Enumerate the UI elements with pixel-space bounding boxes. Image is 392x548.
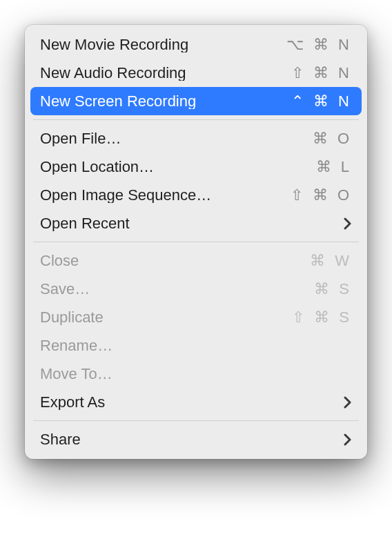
chevron-right-icon — [344, 396, 352, 409]
menu-item-label: New Screen Recording — [40, 94, 196, 109]
chevron-right-icon — [344, 217, 352, 230]
menu-item-save: Save… ⌘ S — [30, 275, 362, 303]
menu-item-close: Close ⌘ W — [30, 246, 362, 275]
menu-item-duplicate: Duplicate ⇧ ⌘ S — [30, 303, 362, 331]
menu-item-label: Open File… — [40, 131, 121, 146]
menu-item-label: Save… — [40, 282, 90, 297]
menu-item-label: Open Recent — [40, 216, 130, 231]
menu-item-shortcut: ⌃ ⌘ N — [291, 94, 352, 109]
menu-item-label: Open Image Sequence… — [40, 188, 211, 203]
menu-item-open-image-sequence[interactable]: Open Image Sequence… ⇧ ⌘ O — [30, 181, 362, 209]
menu-item-open-recent[interactable]: Open Recent — [30, 209, 362, 237]
menu-item-shortcut: ⇧ ⌘ N — [291, 66, 352, 81]
chevron-right-icon — [344, 433, 352, 446]
menu-item-shortcut: ⇧ ⌘ O — [291, 188, 352, 203]
menu-item-open-location[interactable]: Open Location… ⌘ L — [30, 153, 362, 181]
menu-item-shortcut: ⌘ L — [316, 159, 352, 175]
menu-item-shortcut: ⌘ W — [310, 253, 352, 268]
menu-item-label: Close — [40, 253, 79, 268]
menu-item-label: Duplicate — [40, 310, 104, 325]
menu-item-label: Open Location… — [40, 159, 154, 175]
menu-item-open-file[interactable]: Open File… ⌘ O — [30, 124, 362, 153]
menu-item-export-as[interactable]: Export As — [30, 388, 362, 416]
menu-item-shortcut: ⌘ O — [313, 131, 352, 146]
menu-item-label: New Audio Recording — [40, 66, 186, 81]
menu-item-new-movie-recording[interactable]: New Movie Recording ⌥ ⌘ N — [30, 30, 362, 59]
menu-item-share[interactable]: Share — [30, 425, 362, 453]
context-menu[interactable]: New Movie Recording ⌥ ⌘ N New Audio Reco… — [25, 25, 367, 459]
menu-separator — [33, 242, 359, 242]
menu-item-label: Share — [40, 432, 81, 447]
menu-item-rename: Rename… — [30, 331, 362, 360]
menu-separator — [33, 119, 359, 120]
menu-separator — [33, 420, 359, 421]
menu-item-label: New Movie Recording — [40, 37, 188, 52]
menu-item-shortcut: ⇧ ⌘ S — [292, 310, 352, 325]
menu-item-label: Move To… — [40, 366, 112, 382]
menu-item-new-screen-recording[interactable]: New Screen Recording ⌃ ⌘ N — [30, 87, 362, 115]
menu-item-new-audio-recording[interactable]: New Audio Recording ⇧ ⌘ N — [30, 59, 362, 87]
menu-item-label: Rename… — [40, 338, 112, 353]
menu-item-label: Export As — [40, 395, 105, 410]
menu-item-move-to: Move To… — [30, 360, 362, 388]
menu-item-shortcut: ⌥ ⌘ N — [286, 37, 352, 52]
menu-item-shortcut: ⌘ S — [314, 282, 352, 297]
